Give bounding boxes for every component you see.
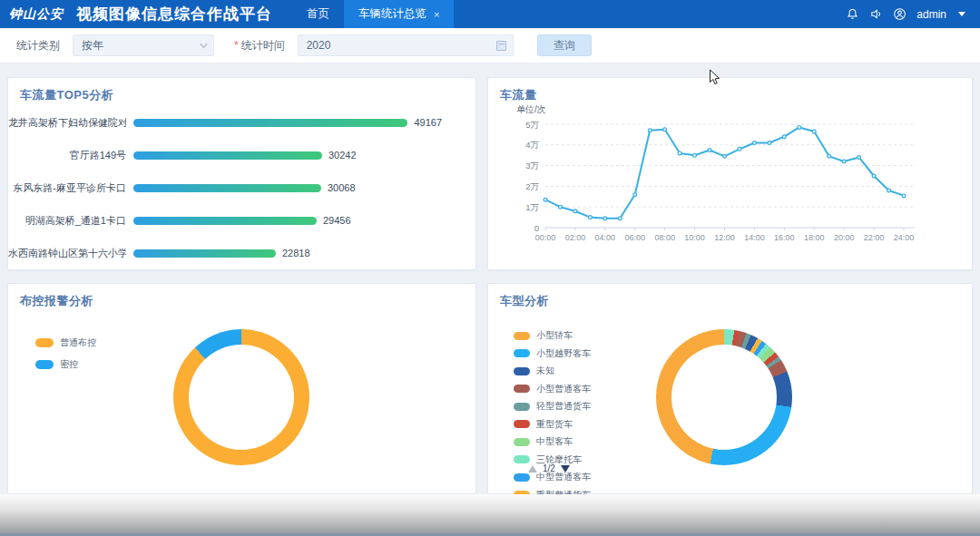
bar-track: 29456 — [133, 215, 442, 226]
data-point[interactable] — [812, 130, 816, 133]
bar-category-label: 水西南路钟山区第十六小学 — [8, 247, 126, 260]
vehicle-legend: 小型轿车小型越野客车未知小型普通客车轻型普通货车重型货车中型客车三轮摩托车中型普… — [514, 329, 591, 511]
data-point[interactable] — [828, 154, 831, 158]
x-axis-tick: 16:00 — [774, 233, 795, 242]
bell-icon[interactable] — [846, 7, 859, 21]
bar-category-label: 官厅路149号 — [8, 149, 126, 162]
x-axis-tick: 20:00 — [834, 233, 855, 242]
panel-vehicle-type-title: 车型分析 — [488, 284, 972, 309]
data-point[interactable] — [618, 217, 622, 220]
donut-hole — [189, 345, 294, 450]
y-unit-label: 单位/次 — [516, 104, 546, 114]
data-point[interactable] — [738, 147, 741, 151]
bar-segment[interactable] — [133, 119, 407, 127]
bar-value-label: 49167 — [414, 117, 442, 128]
time-input[interactable]: 2020 — [298, 34, 514, 56]
y-axis-tick: 1万 — [525, 202, 539, 212]
page-title: 视频图像信息综合作战平台 — [76, 4, 272, 24]
data-point[interactable] — [768, 141, 771, 145]
legend-label: 密控 — [60, 358, 78, 371]
data-point[interactable] — [559, 205, 563, 209]
category-select-value: 按年 — [82, 38, 103, 54]
data-point[interactable] — [858, 156, 861, 160]
legend-page-up-icon[interactable] — [528, 465, 537, 473]
legend-label: 中型客车 — [536, 435, 573, 448]
data-point[interactable] — [753, 141, 757, 145]
data-point[interactable] — [723, 154, 727, 158]
y-axis-tick: 2万 — [525, 181, 539, 191]
bar-value-label: 29456 — [323, 215, 351, 226]
tab-home[interactable]: 首页 — [292, 0, 344, 28]
vehicle-donut-chart[interactable] — [656, 329, 792, 465]
data-point[interactable] — [782, 135, 786, 139]
data-point[interactable] — [648, 129, 652, 132]
panel-vehicle-type: 车型分析 小型轿车小型越野客车未知小型普通客车轻型普通货车重型货车中型客车三轮摩… — [487, 283, 973, 494]
bar-segment[interactable] — [133, 249, 276, 258]
legend-item[interactable]: 小型普通客车 — [514, 383, 591, 395]
data-point[interactable] — [603, 217, 607, 220]
data-point[interactable] — [887, 189, 891, 192]
data-point[interactable] — [842, 160, 846, 163]
data-point[interactable] — [633, 193, 637, 197]
alarm-donut-chart[interactable] — [173, 329, 309, 465]
tab-bar: 首页 车辆统计总览 × — [292, 0, 454, 28]
legend-item[interactable]: 小型越野客车 — [514, 347, 591, 360]
donut-hole — [671, 345, 777, 450]
bar-segment[interactable] — [133, 184, 321, 192]
legend-swatch — [514, 473, 530, 482]
data-point[interactable] — [573, 210, 577, 213]
data-point[interactable] — [708, 149, 711, 152]
bar-value-label: 22818 — [282, 248, 310, 258]
legend-page-down-icon[interactable] — [561, 465, 570, 473]
data-point[interactable] — [544, 198, 547, 201]
bar-segment[interactable] — [133, 151, 322, 160]
legend-swatch — [35, 338, 54, 347]
legend-label: 普通布控 — [60, 336, 96, 349]
legend-label: 轻型普通货车 — [536, 400, 591, 413]
app-root: 钟山公安 视频图像信息综合作战平台 首页 车辆统计总览 × — [0, 0, 980, 536]
legend-item[interactable]: 重型货车 — [514, 418, 591, 431]
x-axis-tick: 08:00 — [654, 233, 675, 242]
bar-row: 东风东路-麻亚平诊所卡口30068 — [8, 171, 475, 204]
legend-item[interactable]: 中型客车 — [514, 435, 591, 448]
data-point[interactable] — [902, 194, 906, 198]
data-point[interactable] — [588, 216, 592, 219]
bar-segment[interactable] — [133, 217, 317, 225]
x-axis-tick: 24:00 — [894, 233, 915, 242]
data-point[interactable] — [798, 126, 801, 130]
legend-label: 小型普通客车 — [536, 383, 591, 395]
category-select[interactable]: 按年 — [73, 34, 214, 56]
bar-category-label: 东风东路-麻亚平诊所卡口 — [8, 181, 126, 195]
calendar-icon — [496, 41, 506, 51]
traffic-line-series[interactable] — [545, 127, 904, 218]
y-axis-tick: 4万 — [525, 140, 539, 150]
data-point[interactable] — [663, 128, 667, 132]
bar-row: 明湖高架桥_通道1卡口29456 — [8, 204, 475, 237]
data-point[interactable] — [693, 153, 697, 157]
legend-swatch — [514, 420, 530, 428]
query-button[interactable]: 查询 — [537, 34, 592, 56]
x-axis-tick: 06:00 — [624, 233, 645, 242]
bar-track: 30242 — [133, 150, 442, 161]
tab-vehicle-stats[interactable]: 车辆统计总览 × — [344, 0, 454, 28]
bar-track: 30068 — [133, 182, 442, 193]
tab-close-icon[interactable]: × — [434, 9, 439, 20]
alarm-legend: 普通布控密控 — [35, 336, 96, 371]
data-point[interactable] — [678, 151, 681, 155]
legend-item[interactable]: 轻型普通货车 — [514, 400, 591, 413]
legend-swatch — [514, 332, 530, 340]
legend-item[interactable]: 小型轿车 — [514, 329, 591, 342]
data-point[interactable] — [872, 174, 876, 178]
legend-swatch — [514, 385, 530, 393]
legend-item[interactable]: 普通布控 — [35, 336, 96, 349]
legend-item[interactable]: 密控 — [35, 358, 96, 371]
user-avatar-icon[interactable] — [893, 7, 906, 21]
x-axis-tick: 00:00 — [535, 233, 556, 242]
user-menu-caret-icon[interactable] — [958, 12, 965, 16]
username-label[interactable]: admin — [916, 8, 946, 21]
category-label: 统计类别 — [16, 38, 60, 54]
bar-row: 官厅路149号30242 — [8, 139, 475, 171]
x-axis-tick: 10:00 — [684, 233, 705, 242]
speaker-icon[interactable] — [869, 7, 883, 21]
legend-item[interactable]: 未知 — [514, 365, 591, 377]
